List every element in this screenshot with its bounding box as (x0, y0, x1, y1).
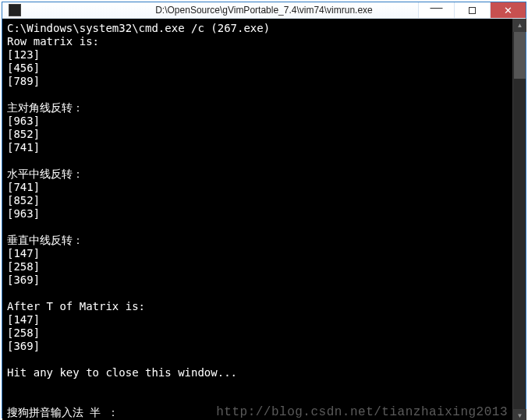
cmd-line: C:\Windows\system32\cmd.exe /c (267.exe) (7, 22, 270, 34)
section-header: 垂直中线反转： (7, 234, 83, 246)
section-header: 水平中线反转： (7, 168, 83, 180)
console-area: C:\Windows\system32\cmd.exe /c (267.exe)… (2, 19, 526, 420)
maximize-button[interactable] (454, 2, 490, 18)
minimize-button[interactable]: — (418, 2, 454, 18)
scroll-thumb[interactable] (514, 32, 526, 79)
titlebar[interactable]: D:\OpenSource\gVimPortable_7.4\vim74\vim… (2, 2, 526, 19)
section-header: Row matrix is: (7, 35, 99, 48)
matrix-row: [456] (7, 62, 40, 74)
prompt-text: Hit any key to close this window... (7, 366, 237, 379)
section-header: 主对角线反转： (7, 101, 83, 114)
matrix-row: [369] (7, 274, 40, 286)
matrix-row: [852] (7, 128, 40, 140)
console-output[interactable]: C:\Windows\system32\cmd.exe /c (267.exe)… (2, 19, 512, 420)
matrix-row: [369] (7, 340, 40, 352)
app-window: D:\OpenSource\gVimPortable_7.4\vim74\vim… (2, 2, 526, 418)
matrix-row: [963] (7, 207, 40, 220)
matrix-row: [789] (7, 75, 40, 87)
matrix-row: [741] (7, 141, 40, 154)
section-header: After T of Matrix is: (7, 300, 145, 312)
matrix-row: [741] (7, 181, 40, 193)
window-controls: — ✕ (418, 2, 526, 18)
matrix-row: [147] (7, 313, 40, 326)
app-icon (9, 4, 21, 16)
matrix-row: [147] (7, 247, 40, 259)
matrix-row: [123] (7, 48, 40, 61)
close-button[interactable]: ✕ (490, 2, 526, 18)
matrix-row: [258] (7, 326, 40, 339)
scroll-up-arrow-icon[interactable]: ▲ (513, 19, 526, 32)
matrix-row: [852] (7, 194, 40, 206)
ime-status: 搜狗拼音输入法 半 ： (7, 406, 119, 418)
matrix-row: [963] (7, 115, 40, 127)
scroll-down-arrow-icon[interactable]: ▼ (513, 409, 526, 420)
watermark-text: http://blog.csdn.net/tianzhaixing2013 (216, 406, 508, 419)
vertical-scrollbar[interactable]: ▲ ▼ (512, 19, 526, 420)
matrix-row: [258] (7, 260, 40, 273)
